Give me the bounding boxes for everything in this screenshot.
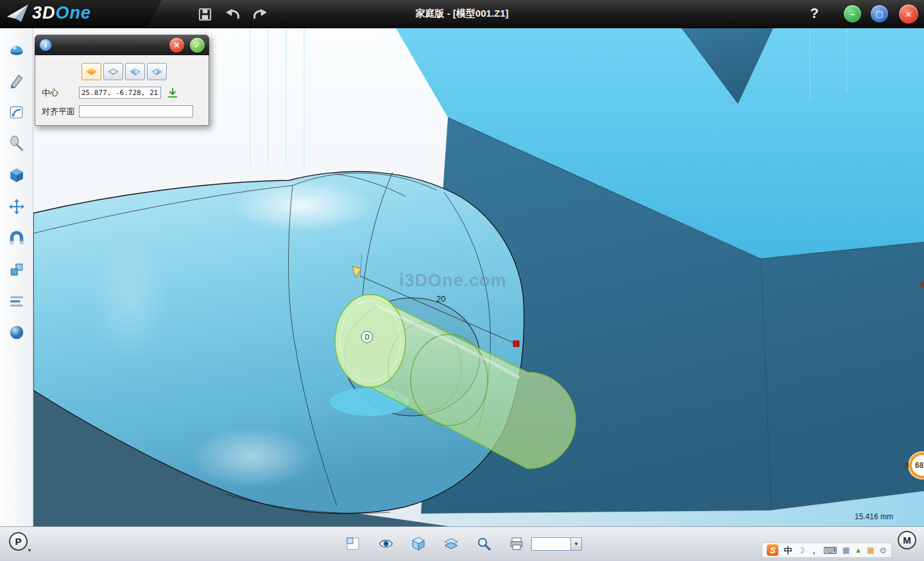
tray-settings-icon[interactable]: ⚙ — [879, 546, 887, 555]
measure-tool-icon[interactable] — [6, 292, 27, 310]
view-plane-button[interactable] — [345, 535, 361, 552]
visibility-button[interactable] — [377, 535, 394, 552]
drag-point-label: D — [364, 334, 369, 341]
sketch-edit-tool-icon[interactable] — [6, 103, 27, 121]
drag-handle-red[interactable] — [513, 341, 519, 347]
info-icon: i — [39, 39, 52, 51]
mode-free-button[interactable] — [147, 63, 167, 80]
view-plane-icon — [345, 536, 361, 551]
3done-application: 3DOne 家庭版 - [模型001.Z1] ? – ▢ ✕ — [0, 0, 924, 561]
move-tool-icon[interactable] — [6, 198, 27, 216]
dialog-cancel-button[interactable]: ✕ — [169, 38, 184, 53]
maximize-button[interactable]: ▢ — [871, 5, 888, 22]
zoom-scale-value — [531, 537, 571, 551]
badge-pointer-icon — [903, 462, 909, 468]
sketch-tool-icon[interactable] — [6, 72, 27, 90]
minimize-button[interactable]: – — [844, 5, 861, 22]
diamond-icon — [151, 68, 162, 75]
system-tray: S 中 ☽ ， ⌨ ▦ ▲ ▦ ⚙ — [762, 542, 892, 558]
mode-center-button[interactable] — [81, 63, 101, 80]
tray-expand-icon[interactable]: ▲ — [855, 547, 862, 554]
zoom-button[interactable] — [475, 535, 492, 552]
layers-icon — [443, 536, 459, 551]
save-button[interactable] — [196, 6, 214, 22]
model-highlight-2 — [191, 426, 312, 488]
eye-icon — [378, 536, 394, 551]
app-name: 3DOne — [32, 3, 91, 23]
titlebar: 3DOne 家庭版 - [模型001.Z1] ? – ▢ ✕ — [0, 0, 924, 28]
left-toolbar — [0, 28, 33, 526]
cylinder-parameter-dialog: i ✕ ✓ 中心 — [35, 35, 209, 126]
panel-toggle-arrow-icon[interactable] — [918, 280, 924, 288]
chevron-down-icon: ▼ — [571, 537, 582, 551]
view-cube-icon — [411, 536, 426, 551]
punctuation-icon[interactable]: ， — [810, 546, 818, 555]
mode-corner-button[interactable] — [125, 63, 145, 80]
paper-plane-logo-icon — [6, 3, 30, 23]
dialog-header: i ✕ ✓ — [35, 35, 209, 55]
dialog-confirm-button[interactable]: ✓ — [190, 38, 205, 53]
center-coordinates-input[interactable] — [79, 87, 161, 99]
main-area: 20 D i3DOne.com 15.416 mm 68 i ✕ ✓ — [0, 28, 924, 526]
keyboard-icon[interactable]: ⌨ — [823, 546, 837, 555]
assembly-tool-icon[interactable] — [6, 229, 27, 247]
combine-tool-icon[interactable] — [6, 261, 27, 279]
m-mode-button[interactable]: M — [898, 531, 916, 549]
undo-button[interactable] — [224, 6, 242, 22]
sogou-ime-icon[interactable]: S — [767, 544, 778, 556]
tray-apps-icon[interactable]: ▦ — [867, 546, 874, 554]
print-icon — [509, 536, 524, 551]
view-orientation-button[interactable] — [410, 535, 427, 552]
softboard-icon[interactable]: ▦ — [843, 546, 850, 554]
help-button[interactable]: ? — [810, 5, 819, 22]
primitives-tool-icon[interactable] — [6, 40, 27, 58]
print-button[interactable] — [508, 535, 525, 552]
length-readout: 15.416 mm — [855, 512, 893, 521]
model-highlight-3 — [91, 234, 168, 362]
undo-icon — [225, 7, 241, 21]
fullwidth-moon-icon[interactable]: ☽ — [797, 546, 805, 555]
center-label: 中心 — [40, 87, 79, 99]
redo-icon — [252, 7, 268, 21]
align-plane-input[interactable] — [79, 105, 193, 117]
green-arrow-icon — [167, 87, 178, 99]
material-tool-icon[interactable] — [6, 324, 27, 341]
p-mode-dropdown-icon[interactable]: ▼ — [27, 548, 32, 553]
redo-button[interactable] — [251, 6, 269, 22]
surface-tool-icon[interactable] — [6, 135, 27, 153]
viewport-3d[interactable]: 20 D i3DOne.com 15.416 mm 68 i ✕ ✓ — [33, 28, 924, 526]
save-icon — [198, 7, 212, 22]
align-field-row: 对齐平面 — [40, 105, 203, 117]
layers-button[interactable] — [443, 535, 459, 552]
grid-lines — [250, 28, 304, 166]
diamond-icon — [86, 68, 97, 75]
window-title: 家庭版 - [模型001.Z1] — [415, 8, 508, 20]
mode-edge-button[interactable] — [103, 63, 123, 80]
pick-point-button[interactable] — [167, 87, 178, 99]
app-logo: 3DOne — [6, 3, 91, 23]
dimension-value: 20 — [436, 294, 445, 304]
zoom-scale-select[interactable]: ▼ — [531, 537, 582, 551]
center-field-row: 中心 — [40, 87, 203, 99]
dialog-body: 中心 对齐平面 — [35, 55, 209, 126]
solid-edit-tool-icon[interactable] — [6, 166, 27, 184]
model-highlight — [232, 178, 373, 232]
align-plane-label: 对齐平面 — [40, 106, 79, 117]
bottom-toolbar: P ▼ — [0, 526, 924, 561]
p-mode-button[interactable]: P — [9, 532, 28, 551]
shape-mode-buttons — [81, 63, 203, 80]
zoom-icon — [476, 536, 492, 551]
view-controls — [345, 535, 525, 552]
close-button[interactable]: ✕ — [899, 4, 918, 24]
ime-language-toggle[interactable]: 中 — [783, 546, 792, 555]
